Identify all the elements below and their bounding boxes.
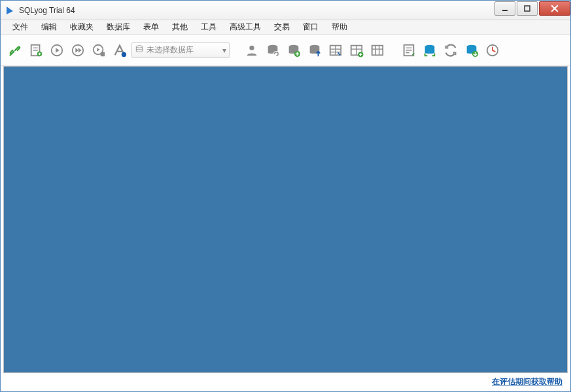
- user-manager-button[interactable]: [243, 41, 261, 59]
- create-database-button[interactable]: [285, 41, 303, 59]
- svg-point-11: [136, 46, 142, 48]
- menu-file[interactable]: 文件: [6, 20, 35, 34]
- new-query-button[interactable]: [27, 41, 45, 59]
- workspace-area: [3, 66, 568, 373]
- schema-sync-button[interactable]: [421, 41, 439, 59]
- window-controls: [493, 1, 570, 20]
- titlebar: SQLyog Trial 64: [1, 1, 570, 20]
- window-title: SQLyog Trial 64: [19, 6, 75, 15]
- app-icon: [5, 5, 15, 16]
- menu-edit[interactable]: 编辑: [35, 20, 63, 34]
- svg-rect-26: [372, 45, 383, 55]
- close-button[interactable]: [539, 1, 570, 16]
- execute-and-edit-button[interactable]: [90, 41, 108, 59]
- trial-help-link[interactable]: 在评估期间获取帮助: [492, 376, 562, 387]
- sql-format-button[interactable]: [111, 41, 129, 59]
- menu-other[interactable]: 其他: [165, 20, 194, 34]
- import-data-button[interactable]: [462, 41, 481, 59]
- maximize-button[interactable]: [517, 1, 538, 16]
- menu-table[interactable]: 表单: [137, 20, 165, 34]
- execute-query-button[interactable]: [48, 41, 66, 59]
- data-sync-button[interactable]: [441, 41, 460, 59]
- svg-rect-0: [502, 10, 508, 11]
- svg-rect-9: [101, 52, 105, 56]
- backup-database-button[interactable]: [305, 41, 324, 59]
- query-builder-button[interactable]: [400, 41, 418, 59]
- execute-all-button[interactable]: [69, 41, 87, 59]
- menu-favorites[interactable]: 收藏夹: [63, 20, 100, 34]
- database-icon: [135, 44, 144, 56]
- menu-window[interactable]: 窗口: [296, 20, 325, 34]
- toolbar: 未选择数据库 ▾: [1, 35, 570, 66]
- chevron-down-icon: ▾: [222, 46, 226, 55]
- table-data-button[interactable]: [326, 41, 345, 59]
- statusbar: 在评估期间获取帮助: [1, 373, 570, 390]
- refresh-database-button[interactable]: [264, 41, 282, 59]
- svg-rect-1: [525, 6, 530, 11]
- menu-advanced-tools[interactable]: 高级工具: [223, 20, 268, 34]
- menubar: 文件 编辑 收藏夹 数据库 表单 其他 工具 高级工具 交易 窗口 帮助: [1, 20, 570, 35]
- menu-database[interactable]: 数据库: [100, 20, 137, 34]
- database-selector-text: 未选择数据库: [147, 44, 220, 56]
- menu-tools[interactable]: 工具: [194, 20, 223, 34]
- create-table-button[interactable]: [347, 41, 366, 59]
- menu-help[interactable]: 帮助: [325, 20, 354, 34]
- alter-table-button[interactable]: [368, 41, 387, 59]
- minimize-button[interactable]: [494, 1, 515, 16]
- scheduled-tasks-button[interactable]: [483, 41, 502, 59]
- svg-point-10: [122, 52, 126, 56]
- menu-transaction[interactable]: 交易: [268, 20, 296, 34]
- database-selector[interactable]: 未选择数据库 ▾: [131, 42, 230, 58]
- new-connection-button[interactable]: [6, 41, 24, 59]
- svg-point-12: [249, 45, 254, 50]
